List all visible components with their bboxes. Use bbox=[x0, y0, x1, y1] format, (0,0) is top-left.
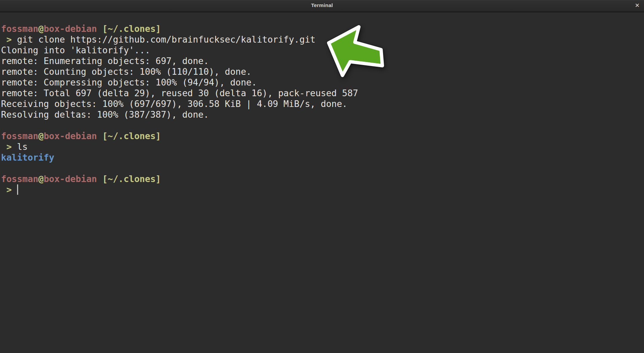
text-cursor bbox=[17, 184, 18, 195]
command-line-ls: > ls bbox=[1, 141, 644, 152]
command-text: ls bbox=[17, 141, 28, 152]
window-title: Terminal bbox=[0, 0, 644, 10]
prompt-hostname: box-debian bbox=[44, 23, 97, 34]
green-arrow-shape bbox=[329, 27, 382, 75]
prompt-line: fossman@box-debian [~/.clones] bbox=[1, 131, 644, 141]
terminal-screen[interactable]: fossman@box-debian [~/.clones] > git clo… bbox=[0, 12, 644, 195]
output-receiving: Receiving objects: 100% (697/697), 306.5… bbox=[1, 99, 644, 109]
prompt-at-sign: @ bbox=[38, 23, 44, 34]
blank-line bbox=[1, 13, 644, 23]
prompt-username: fossman bbox=[1, 131, 38, 141]
prompt-line: fossman@box-debian [~/.clones] bbox=[1, 23, 644, 34]
prompt-hostname: box-debian bbox=[44, 131, 97, 141]
prompt-at-sign: @ bbox=[38, 131, 44, 141]
ls-result-directory: kalitorify bbox=[1, 152, 644, 163]
terminal-window: Terminal ✕ fossman@box-debian [~/.clones… bbox=[0, 0, 644, 195]
titlebar[interactable]: Terminal ✕ bbox=[0, 0, 644, 12]
output-remote-compressing: remote: Compressing objects: 100% (94/94… bbox=[1, 77, 644, 88]
prompt-username: fossman bbox=[1, 23, 38, 34]
command-line-git-clone: > git clone https://github.com/brainfuck… bbox=[1, 34, 644, 45]
output-cloning: Cloning into 'kalitorify'... bbox=[1, 45, 644, 56]
prompt-at-sign: @ bbox=[38, 174, 44, 184]
output-remote-enumerating: remote: Enumerating objects: 697, done. bbox=[1, 56, 644, 66]
prompt-path: [~/.clones] bbox=[97, 23, 161, 34]
output-remote-total: remote: Total 697 (delta 29), reused 30 … bbox=[1, 88, 644, 99]
prompt-username: fossman bbox=[1, 174, 38, 184]
close-icon[interactable]: ✕ bbox=[635, 3, 640, 8]
prompt-symbol: > bbox=[1, 34, 17, 45]
output-resolving: Resolving deltas: 100% (387/387), done. bbox=[1, 109, 644, 120]
blank-line bbox=[1, 120, 644, 131]
output-remote-counting: remote: Counting objects: 100% (110/110)… bbox=[1, 66, 644, 77]
command-line-current[interactable]: > bbox=[1, 184, 644, 195]
prompt-symbol: > bbox=[1, 141, 17, 152]
command-text: git clone https://github.com/brainfuckse… bbox=[17, 34, 316, 45]
prompt-hostname: box-debian bbox=[44, 174, 97, 184]
blank-line bbox=[1, 163, 644, 174]
prompt-symbol: > bbox=[1, 184, 17, 195]
prompt-line: fossman@box-debian [~/.clones] bbox=[1, 174, 644, 184]
green-arrow-annotation bbox=[325, 23, 387, 80]
prompt-path: [~/.clones] bbox=[97, 174, 161, 184]
prompt-path: [~/.clones] bbox=[97, 131, 161, 141]
